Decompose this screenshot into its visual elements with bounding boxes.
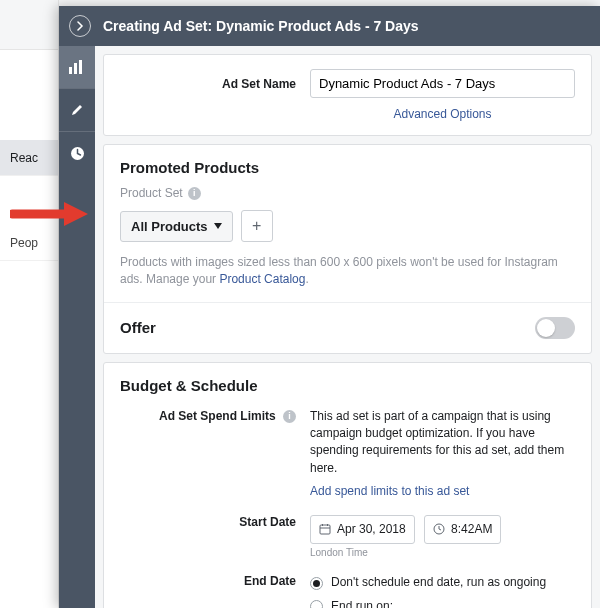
caret-down-icon xyxy=(214,223,222,229)
start-date-picker[interactable]: Apr 30, 2018 xyxy=(310,515,415,544)
radio-dot-icon xyxy=(310,600,323,608)
start-date-value: Apr 30, 2018 xyxy=(337,521,406,538)
radio-dot-icon xyxy=(310,577,323,590)
product-set-help-text: Products with images sized less than 600… xyxy=(120,254,575,288)
rail-edit-icon[interactable] xyxy=(59,89,95,131)
ad-set-name-input[interactable] xyxy=(310,69,575,98)
start-time-picker[interactable]: 8:42AM xyxy=(424,515,501,544)
svg-rect-6 xyxy=(320,525,330,534)
add-spend-limits-link[interactable]: Add spend limits to this ad set xyxy=(310,484,469,498)
add-product-set-button[interactable]: + xyxy=(241,210,273,242)
svg-rect-2 xyxy=(69,67,72,74)
ad-set-panel: Ad Set Name Advanced Options Promoted Pr… xyxy=(59,6,600,608)
calendar-icon xyxy=(319,523,331,535)
start-date-label: Start Date xyxy=(239,515,296,529)
promoted-products-title: Promoted Products xyxy=(120,159,575,176)
background-left-column: Reac Peop xyxy=(0,0,59,608)
promoted-products-card: Promoted Products Product Set i All Prod… xyxy=(103,144,592,354)
left-tab-reach[interactable]: Reac xyxy=(0,140,58,176)
spend-limits-label: Ad Set Spend Limits xyxy=(159,409,276,423)
budget-schedule-card: Budget & Schedule Ad Set Spend Limits i … xyxy=(103,362,592,608)
panel-title: Creating Ad Set: Dynamic Product Ads - 7… xyxy=(103,18,419,34)
svg-marker-1 xyxy=(64,202,88,226)
start-time-value: 8:42AM xyxy=(451,521,492,538)
svg-rect-3 xyxy=(74,63,77,74)
end-date-ongoing-radio[interactable]: Don't schedule end date, run as ongoing xyxy=(310,574,575,591)
end-date-label: End Date xyxy=(244,574,296,588)
svg-rect-4 xyxy=(79,60,82,74)
annotation-arrow-icon xyxy=(10,200,88,228)
rail-history-icon[interactable] xyxy=(59,132,95,174)
spend-limits-text: This ad set is part of a campaign that i… xyxy=(310,408,575,478)
info-icon[interactable]: i xyxy=(283,410,296,423)
ad-set-name-label: Ad Set Name xyxy=(222,77,296,91)
end-date-runon-label: End run on: xyxy=(331,598,393,608)
clock-icon xyxy=(433,523,445,535)
ad-set-name-card: Ad Set Name Advanced Options xyxy=(103,54,592,136)
advanced-options-link[interactable]: Advanced Options xyxy=(393,107,491,121)
start-timezone: London Time xyxy=(310,546,575,561)
panel-content: Ad Set Name Advanced Options Promoted Pr… xyxy=(95,6,600,608)
side-rail xyxy=(59,6,95,608)
product-set-dropdown[interactable]: All Products xyxy=(120,211,233,242)
offer-title: Offer xyxy=(120,319,156,336)
end-date-runon-radio[interactable]: End run on: xyxy=(310,598,575,608)
rail-overview-icon[interactable] xyxy=(59,46,95,88)
end-date-ongoing-label: Don't schedule end date, run as ongoing xyxy=(331,574,546,591)
collapse-chevron-icon[interactable] xyxy=(69,15,91,37)
left-tab-people[interactable]: Peop xyxy=(0,225,58,261)
budget-schedule-title: Budget & Schedule xyxy=(120,377,575,394)
product-catalog-link[interactable]: Product Catalog xyxy=(219,272,305,286)
panel-header: Creating Ad Set: Dynamic Product Ads - 7… xyxy=(59,6,600,46)
offer-toggle[interactable] xyxy=(535,317,575,339)
product-set-value: All Products xyxy=(131,219,208,234)
product-set-label: Product Set xyxy=(120,186,183,200)
info-icon[interactable]: i xyxy=(188,187,201,200)
